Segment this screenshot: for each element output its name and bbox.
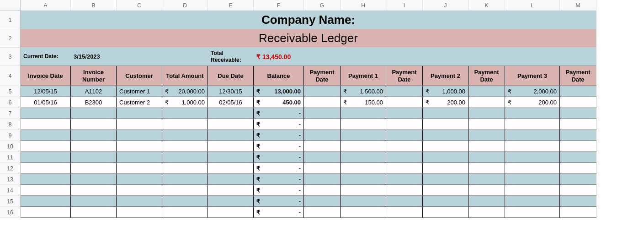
cell[interactable] [304,48,341,66]
header-customer[interactable]: Customer [117,66,162,86]
cell-payment-date[interactable] [560,185,596,196]
cell-payment-date[interactable] [386,108,423,119]
row-header[interactable]: 15 [0,196,21,207]
cell-payment-date[interactable] [560,152,596,163]
cell-payment-date[interactable] [468,86,505,97]
cell-invoice-date[interactable] [21,207,71,218]
cell-payment-3[interactable] [505,152,560,163]
row-header[interactable]: 4 [0,66,21,86]
row-header[interactable]: 2 [0,29,21,48]
cell-payment-date[interactable] [304,196,341,207]
cell-invoice-date[interactable] [21,152,71,163]
cell-invoice-date[interactable] [21,141,71,152]
cell-balance[interactable]: ₹- [254,108,304,119]
cell-invoice-number[interactable] [71,185,117,196]
cell-customer[interactable] [117,163,162,174]
cell-payment-3[interactable] [505,119,560,130]
cell-total-amount[interactable] [162,108,208,119]
col-header[interactable]: L [505,0,560,11]
cell-payment-3[interactable] [505,207,560,218]
cell-customer[interactable] [117,141,162,152]
cell-payment-date[interactable] [386,97,423,108]
col-header[interactable]: M [560,0,596,11]
cell-balance[interactable]: ₹- [254,163,304,174]
cell-due-date[interactable] [208,141,254,152]
cell-payment-date[interactable] [386,119,423,130]
col-header[interactable]: B [71,0,117,11]
cell-total-amount[interactable] [162,185,208,196]
row-header[interactable]: 10 [0,141,21,152]
cell-payment-date[interactable] [468,152,505,163]
cell-balance[interactable]: ₹13,000.00 [254,86,304,97]
cell-invoice-number[interactable] [71,152,117,163]
header-invoice-number[interactable]: Invoice Number [71,66,117,86]
total-receivable-value[interactable]: ₹ 13,450.00 [254,48,304,66]
cell-payment-date[interactable] [386,130,423,141]
col-header[interactable]: F [254,0,304,11]
cell-total-amount[interactable] [162,174,208,185]
cell-payment-2[interactable]: ₹200.00 [423,97,468,108]
col-header[interactable]: I [386,0,423,11]
cell-payment-2[interactable] [423,130,468,141]
cell-payment-date[interactable] [304,108,341,119]
cell-payment-1[interactable] [341,108,386,119]
company-title[interactable]: Company Name: [21,11,596,29]
cell-due-date[interactable] [208,185,254,196]
cell-payment-date[interactable] [560,119,596,130]
cell-customer[interactable] [117,108,162,119]
row-header[interactable]: 12 [0,163,21,174]
cell-payment-date[interactable] [560,174,596,185]
header-payment-1[interactable]: Payment 1 [341,66,386,86]
cell-customer[interactable] [117,119,162,130]
cell-invoice-date[interactable] [21,196,71,207]
cell-invoice-date[interactable] [21,163,71,174]
cell-payment-date[interactable] [468,130,505,141]
cell-due-date[interactable] [208,130,254,141]
cell-payment-1[interactable] [341,207,386,218]
cell-due-date[interactable] [208,163,254,174]
cell-payment-2[interactable] [423,108,468,119]
cell-payment-date[interactable] [386,207,423,218]
cell-payment-date[interactable] [560,141,596,152]
cell-payment-1[interactable]: ₹150.00 [341,97,386,108]
cell-total-amount[interactable] [162,119,208,130]
ledger-subtitle[interactable]: Receivable Ledger [21,29,596,48]
cell-balance[interactable]: ₹- [254,119,304,130]
cell-payment-1[interactable] [341,119,386,130]
col-header[interactable]: H [341,0,386,11]
cell-payment-2[interactable] [423,207,468,218]
cell-balance[interactable]: ₹- [254,196,304,207]
cell-payment-date[interactable] [468,163,505,174]
cell-due-date[interactable]: 02/05/16 [208,97,254,108]
cell-invoice-date[interactable] [21,174,71,185]
header-payment-date-1[interactable]: Payment Date [304,66,341,86]
cell-total-amount[interactable] [162,130,208,141]
cell-invoice-number[interactable] [71,163,117,174]
cell-invoice-number[interactable] [71,130,117,141]
cell-payment-date[interactable] [468,196,505,207]
cell[interactable] [560,48,596,66]
cell-balance[interactable]: ₹- [254,130,304,141]
cell[interactable] [468,48,505,66]
header-payment-date-2[interactable]: Payment Date [386,66,423,86]
header-balance[interactable]: Balance [254,66,304,86]
cell-customer[interactable] [117,207,162,218]
col-header[interactable]: G [304,0,341,11]
row-header[interactable]: 3 [0,48,21,66]
header-payment-date-3[interactable]: Payment Date [468,66,505,86]
cell-payment-date[interactable] [560,86,596,97]
cell-total-amount[interactable] [162,152,208,163]
cell-customer[interactable] [117,174,162,185]
cell-invoice-number[interactable] [71,207,117,218]
cell-total-amount[interactable] [162,196,208,207]
header-invoice-date[interactable]: Invoice Date [21,66,71,86]
row-header[interactable]: 7 [0,108,21,119]
cell-payment-date[interactable] [304,141,341,152]
col-header[interactable]: C [117,0,162,11]
col-header[interactable]: K [468,0,505,11]
cell-invoice-number[interactable] [71,196,117,207]
cell-payment-3[interactable]: ₹2,000.00 [505,86,560,97]
cell-payment-date[interactable] [468,108,505,119]
cell-payment-3[interactable] [505,185,560,196]
cell-total-amount[interactable] [162,141,208,152]
